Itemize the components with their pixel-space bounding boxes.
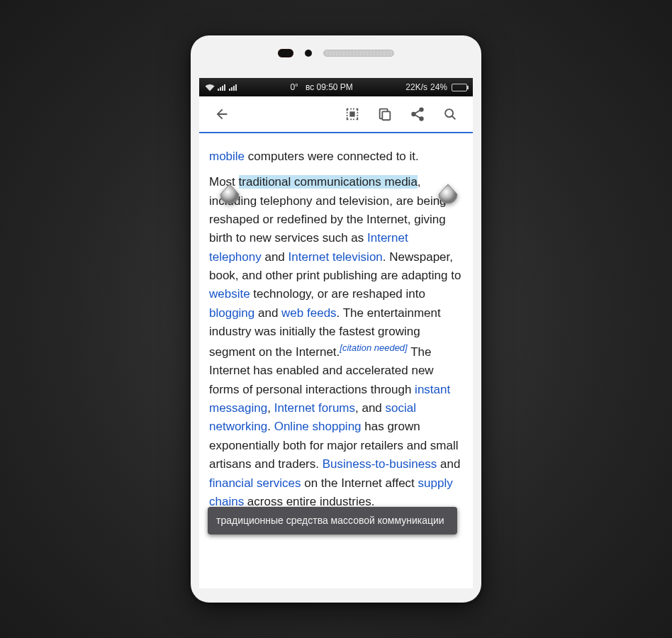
tooltip-text: традиционные средства массовой коммуника… (216, 515, 444, 526)
citation-needed[interactable]: [citation needed] (340, 342, 407, 353)
svg-rect-9 (382, 111, 390, 120)
svg-rect-7 (235, 84, 237, 91)
paragraph-fragment: mobile computers were connected to it. (209, 147, 463, 166)
status-day: вс (306, 82, 314, 92)
article-content[interactable]: mobile computers were connected to it. M… (199, 133, 473, 588)
text: and (254, 306, 281, 320)
share-button[interactable] (403, 100, 432, 128)
status-speed: 22K/s (405, 82, 427, 92)
battery-icon (452, 84, 467, 91)
signal-icon-2 (229, 84, 237, 91)
svg-rect-2 (222, 86, 223, 91)
text: and (437, 457, 460, 471)
link-business-to-business[interactable]: Business-to-business (323, 457, 437, 471)
copy-button[interactable] (371, 100, 399, 128)
link-financial-services[interactable]: financial services (209, 476, 301, 490)
link-internet-forums[interactable]: Internet forums (274, 401, 355, 415)
svg-rect-4 (229, 89, 230, 91)
text: on the Internet affect (301, 476, 418, 490)
proximity-sensor (278, 49, 293, 57)
svg-rect-8 (349, 111, 354, 116)
text: and (262, 250, 289, 264)
phone-frame: 0° вс 09:50 PM 22K/s 24% (191, 35, 481, 603)
status-right: 22K/s 24% (405, 82, 467, 92)
earpiece-speaker (323, 50, 394, 57)
link-web-feeds[interactable]: web feeds (281, 306, 337, 320)
selected-text[interactable]: traditional communications media (239, 175, 418, 189)
translation-tooltip[interactable]: традиционные средства массовой коммуника… (208, 507, 457, 535)
link-website[interactable]: website (209, 287, 250, 301)
status-battery-pct: 24% (430, 82, 447, 92)
link-internet-television[interactable]: Internet television (289, 250, 383, 264)
text: , and (355, 401, 386, 415)
text: . (267, 420, 274, 433)
wifi-icon (205, 84, 215, 91)
text: technology, or are reshaped into (250, 287, 425, 301)
status-left (205, 84, 237, 91)
phone-top-hardware (191, 35, 481, 71)
svg-rect-5 (231, 87, 233, 91)
link-online-shopping[interactable]: Online shopping (274, 420, 362, 433)
status-bar: 0° вс 09:50 PM 22K/s 24% (199, 78, 473, 96)
svg-rect-6 (233, 86, 235, 91)
text: across entire industries. (244, 495, 374, 508)
front-camera (305, 50, 312, 57)
app-toolbar (199, 96, 473, 133)
text: , (267, 401, 274, 415)
text: Most (209, 175, 239, 189)
svg-rect-3 (224, 84, 225, 91)
status-time: 09:50 PM (316, 82, 352, 92)
link-blogging[interactable]: blogging (209, 306, 254, 320)
status-temp: 0° (290, 82, 298, 92)
back-button[interactable] (208, 100, 236, 128)
signal-icon-1 (218, 84, 226, 91)
svg-rect-0 (218, 89, 219, 91)
paragraph-main: Most traditional communications media, i… (209, 173, 463, 511)
screen: 0° вс 09:50 PM 22K/s 24% (199, 78, 473, 588)
svg-point-13 (445, 109, 453, 117)
svg-rect-1 (220, 87, 221, 91)
link-mobile[interactable]: mobile (209, 150, 245, 163)
text: computers were connected to it. (245, 150, 419, 163)
status-center: 0° вс 09:50 PM (242, 82, 401, 92)
select-all-button[interactable] (338, 100, 366, 128)
search-button[interactable] (436, 100, 464, 128)
